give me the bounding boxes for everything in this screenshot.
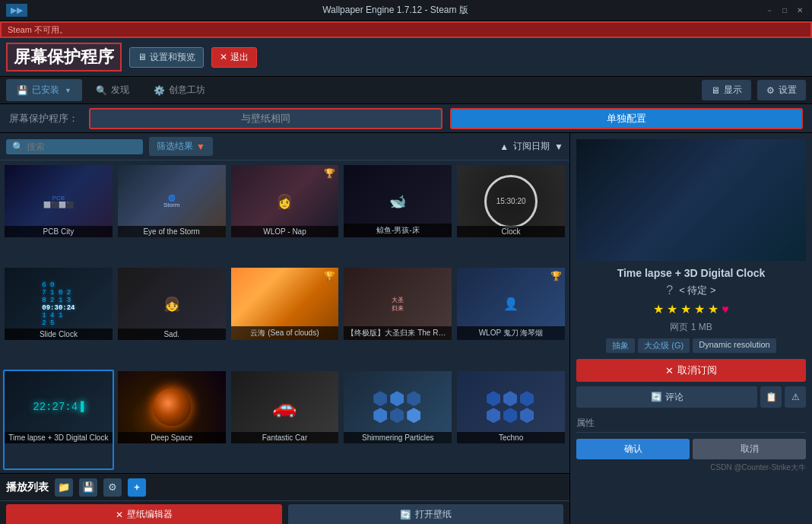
- mode-same-as-wallpaper-button[interactable]: 与壁纸相同: [89, 108, 442, 129]
- wallpaper-item-seaofclouds[interactable]: 🏆 云海 (Sea of clouds): [230, 266, 341, 367]
- wallpaper-label: Slide Clock: [5, 329, 113, 340]
- wallpaper-item-shimmer[interactable]: Shimmering Particles: [342, 370, 453, 470]
- playlist-gear-icon[interactable]: ⚙: [103, 478, 122, 497]
- filter-button[interactable]: 筛选结果 ▼: [149, 137, 213, 156]
- properties-section: 属性: [576, 417, 806, 436]
- tab-installed[interactable]: 💾 已安装 ▼: [6, 79, 82, 101]
- tab-discover[interactable]: 🔍 发现: [85, 79, 140, 101]
- trophy-badge: 🏆: [550, 271, 562, 281]
- workshop-icon: ⚙️: [154, 85, 165, 96]
- nav-bar: 💾 已安装 ▼ 🔍 发现 ⚙️ 创意工坊 🖥 显示 ⚙ 设置: [0, 77, 812, 104]
- sort-arrow-icon[interactable]: ▲: [500, 141, 509, 152]
- properties-label: 属性: [576, 417, 806, 433]
- confirm-label: 确认: [624, 443, 642, 454]
- wallpaper-label: Eye of the Storm: [118, 226, 226, 237]
- wallpaper-item-sad[interactable]: 👧 Sad.: [116, 266, 227, 367]
- playlist-bar: 播放列表 📁 💾 ⚙ +: [0, 473, 569, 500]
- playlist-folder-icon[interactable]: 📁: [55, 478, 73, 497]
- minimize-button[interactable]: －: [763, 5, 776, 17]
- wallpaper-label: WLOP - Nap: [231, 226, 339, 237]
- tag-rating[interactable]: 大众级 (G): [638, 338, 690, 353]
- filter-icon: ▼: [196, 141, 205, 152]
- wallpaper-item-timelapse[interactable]: 22:27:4▐ Time lapse + 3D Digital Clock: [3, 370, 114, 470]
- nav-right: 🖥 显示 ⚙ 设置: [702, 80, 806, 100]
- star-5: ★: [708, 302, 718, 316]
- installed-icon: 💾: [17, 85, 28, 96]
- comment-label: 评论: [665, 391, 684, 404]
- titlebar-left: ▶▶: [6, 4, 27, 17]
- favorite-heart-button[interactable]: ♥: [722, 303, 729, 316]
- open-wallpaper-button[interactable]: 🔄 打开壁纸: [288, 504, 564, 525]
- wallpaper-item-wlop[interactable]: 👩 🏆 WLOP - Nap: [230, 164, 341, 264]
- dropdown-icon: ▼: [65, 87, 71, 94]
- editor-icon: ✕: [116, 510, 123, 520]
- wallpaper-label: WLOP 鬼刀 海琴烟: [457, 326, 565, 340]
- titlebar-title: Wallpaper Engine 1.7.12 - Steam 版: [27, 4, 763, 17]
- unsubscribe-x-icon: ✕: [665, 365, 674, 376]
- tab-discover-label: 发现: [111, 84, 129, 97]
- wallpaper-item-deepspace[interactable]: Deep Space: [116, 370, 227, 470]
- steam-warning-text: Steam 不可用。: [8, 24, 68, 36]
- wallpaper-item-fish[interactable]: 🐋 鲸鱼-男孩-床: [342, 164, 453, 264]
- alert-button[interactable]: ⚠: [785, 386, 806, 408]
- gear-icon: ⚙: [766, 85, 775, 96]
- wallpaper-label: 【终极版】大圣归来 The Return of The Monkey...: [344, 326, 452, 340]
- wallpaper-item-monkey[interactable]: 大圣归来 【终极版】大圣归来 The Return of The Monkey.…: [342, 266, 453, 367]
- wallpaper-item-wlopghost[interactable]: 👤 🏆 WLOP 鬼刀 海琴烟: [455, 266, 566, 367]
- copy-button[interactable]: 📋: [760, 386, 782, 408]
- cancel-button[interactable]: 取消: [693, 439, 806, 459]
- tag-dynamic-resolution[interactable]: Dynamic resolution: [693, 338, 776, 353]
- cancel-label: 取消: [741, 443, 759, 454]
- tab-installed-label: 已安装: [32, 84, 59, 97]
- settings-button[interactable]: ⚙ 设置: [757, 80, 806, 100]
- star-3: ★: [680, 302, 691, 316]
- display-icon: 🖥: [711, 85, 720, 96]
- file-size-info: 网页 1 MB: [576, 321, 806, 334]
- status-question-icon: ?: [666, 284, 673, 297]
- search-input[interactable]: [27, 141, 133, 152]
- search-box[interactable]: 🔍: [6, 139, 143, 154]
- exit-icon: ✕: [220, 52, 227, 62]
- display-label: 显示: [724, 84, 742, 97]
- playlist-add-icon[interactable]: +: [128, 478, 146, 497]
- mode-solo-config-button[interactable]: 单独配置: [450, 108, 804, 129]
- display-button[interactable]: 🖥 显示: [702, 80, 751, 100]
- discover-icon: 🔍: [96, 85, 107, 96]
- wallpaper-item-pcb[interactable]: PCB⬜⬛⬜⬛ PCB City: [3, 164, 114, 264]
- mode-solo-label: 单独配置: [607, 112, 646, 125]
- editor-label: 壁纸编辑器: [127, 508, 173, 521]
- titlebar: ▶▶ Wallpaper Engine 1.7.12 - Steam 版 － □…: [0, 0, 812, 21]
- wallpaper-item-fantasticcar[interactable]: 🚗 Fantastic Car: [230, 370, 341, 470]
- comment-button[interactable]: 🔄 评论: [576, 386, 757, 408]
- screensaver-title: 屏幕保护程序: [6, 43, 122, 71]
- sort-dropdown-icon[interactable]: ▼: [554, 141, 563, 152]
- maximize-button[interactable]: □: [779, 5, 791, 17]
- unsubscribe-button[interactable]: ✕ 取消订阅: [576, 359, 806, 382]
- exit-button[interactable]: ✕ 退出: [211, 47, 257, 68]
- status-row: ? < 待定 >: [576, 284, 806, 297]
- settings-preview-button[interactable]: 🖥 设置和预览: [129, 47, 204, 68]
- mode-bar: 屏幕保护程序： 与壁纸相同 单独配置: [0, 104, 812, 133]
- mode-bar-label: 屏幕保护程序：: [9, 112, 78, 125]
- open-label: 打开壁纸: [415, 508, 452, 521]
- wallpaper-item-techno[interactable]: Techno: [455, 370, 566, 470]
- tab-workshop[interactable]: ⚙️ 创意工坊: [143, 79, 216, 101]
- confirm-button[interactable]: 确认: [576, 439, 690, 459]
- wallpaper-item-clock[interactable]: 15:30:20 Clock: [455, 164, 566, 264]
- unsubscribe-label: 取消订阅: [677, 364, 717, 377]
- tags-row: 抽象 大众级 (G) Dynamic resolution: [576, 338, 806, 353]
- open-icon: 🔄: [400, 510, 411, 520]
- close-button[interactable]: ✕: [794, 5, 806, 17]
- wallpaper-editor-button[interactable]: ✕ 壁纸编辑器: [6, 504, 282, 525]
- wallpaper-label: Techno: [457, 432, 565, 443]
- trophy-badge: 🏆: [324, 271, 335, 281]
- fast-forward-icon[interactable]: ▶▶: [6, 4, 27, 17]
- trophy-badge: 🏆: [324, 168, 335, 179]
- main-layout: 🔍 筛选结果 ▼ ▲ 订阅日期 ▼ PCB⬜⬛⬜⬛ PCB City: [0, 133, 812, 524]
- mode-same-label: 与壁纸相同: [241, 112, 290, 125]
- tag-abstract[interactable]: 抽象: [606, 338, 635, 353]
- wallpaper-item-slideclock[interactable]: 6 07 1 0 28 2 1 309:30:241 4 12 5 Slide …: [3, 266, 114, 367]
- wallpaper-item-storm[interactable]: 🌀Storm Eye of the Storm: [116, 164, 227, 264]
- playlist-save-icon[interactable]: 💾: [79, 478, 97, 497]
- exit-label: 退出: [230, 51, 249, 64]
